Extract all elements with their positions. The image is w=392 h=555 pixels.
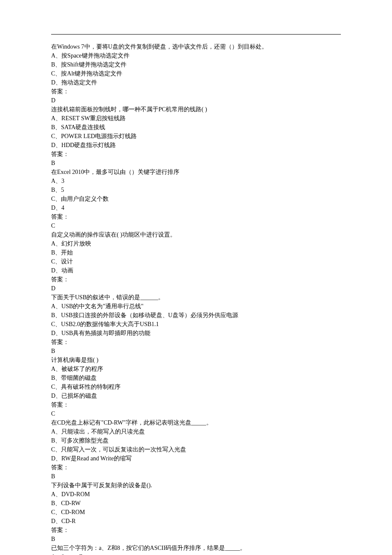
- question-option: B、开始: [51, 248, 341, 257]
- answer-value: B: [51, 347, 341, 356]
- answer-label: 答案：: [51, 275, 341, 284]
- question-option: D、动画: [51, 266, 341, 275]
- answer-value: B: [51, 535, 341, 543]
- question-option: B、SATA硬盘连接线: [51, 123, 341, 132]
- question-stem: 连接机箱前面板控制线时，哪一种不属于PC机常用的线路( ): [51, 105, 341, 114]
- question-option: B、CD-RW: [51, 499, 341, 508]
- answer-label: 答案：: [51, 212, 341, 221]
- answer-value: D: [51, 284, 341, 293]
- question-option: C、按Alt键并拖动选定文件: [51, 69, 341, 78]
- question-option: D、拖动选定文件: [51, 78, 341, 87]
- answer-value: D: [51, 96, 341, 105]
- question-option: A、3: [51, 176, 341, 185]
- answer-label: 答案：: [51, 338, 341, 347]
- answer-label: 答案：: [51, 87, 341, 96]
- question-stem: 已知三个字符为：a、Z和8，按它们的ASCII码值升序排序，结果是_____。: [51, 543, 341, 552]
- question-option: A、被破坏了的程序: [51, 364, 341, 373]
- question-option: C、USB2.0的数据传输率大大高于USB1.1: [51, 320, 341, 329]
- answer-value: C: [51, 409, 341, 418]
- question-option: D、USB具有热插拔与即插即用的功能: [51, 329, 341, 338]
- question-option: A、RESET SW重启按钮线路: [51, 114, 341, 123]
- question-option: A、8，a，Z: [51, 552, 341, 555]
- question-option: D、已损坏的磁盘: [51, 391, 341, 400]
- question-option: C、CD-ROM: [51, 508, 341, 517]
- question-option: B、可多次擦除型光盘: [51, 436, 341, 445]
- question-option: A、只能读出，不能写入的只读光盘: [51, 427, 341, 436]
- question-option: D、RW是Read and Write的缩写: [51, 454, 341, 463]
- question-stem: 在CD光盘上标记有"CD-RW"字样，此标记表明这光盘_____。: [51, 418, 341, 427]
- question-option: A、幻灯片放映: [51, 239, 341, 248]
- question-option: C、POWER LED电源指示灯线路: [51, 132, 341, 141]
- question-option: B、带细菌的磁盘: [51, 373, 341, 382]
- question-option: D、4: [51, 203, 341, 212]
- question-option: A、按Space键并拖动选定文件: [51, 51, 341, 60]
- question-option: A、DVD-ROM: [51, 490, 341, 499]
- answer-value: C: [51, 221, 341, 230]
- answer-label: 答案：: [51, 526, 341, 535]
- question-stem: 在Windows 7中，要将U盘的文件复制到硬盘，选中该文件后，还需（）到目标处…: [51, 42, 341, 51]
- answer-value: B: [51, 159, 341, 168]
- question-option: B、按Shift键并拖动选定文件: [51, 60, 341, 69]
- question-option: C、只能写入一次，可以反复读出的一次性写入光盘: [51, 445, 341, 454]
- question-stem: 下列设备中属于可反复刻录的设备是().: [51, 481, 341, 490]
- question-option: A、USB的中文名为"通用串行总线": [51, 302, 341, 311]
- question-stem: 计算机病毒是指( ): [51, 356, 341, 364]
- answer-label: 答案：: [51, 150, 341, 159]
- question-content: 在Windows 7中，要将U盘的文件复制到硬盘，选中该文件后，还需（）到目标处…: [51, 42, 341, 555]
- question-option: C、由用户自定义个数: [51, 194, 341, 203]
- question-stem: 自定义动画的操作应该在( )功能区中进行设置。: [51, 230, 341, 239]
- question-option: D、HDD硬盘指示灯线路: [51, 141, 341, 150]
- answer-value: B: [51, 472, 341, 481]
- document-page: 在Windows 7中，要将U盘的文件复制到硬盘，选中该文件后，还需（）到目标处…: [0, 0, 392, 555]
- answer-label: 答案：: [51, 400, 341, 409]
- header-rule: [51, 34, 341, 35]
- question-option: D、CD-R: [51, 517, 341, 526]
- question-option: C、设计: [51, 257, 341, 266]
- question-stem: 下面关于USB的叙述中，错误的是______。: [51, 293, 341, 302]
- question-option: B、5: [51, 185, 341, 194]
- question-option: C、具有破坏性的特制程序: [51, 382, 341, 391]
- answer-label: 答案：: [51, 463, 341, 472]
- question-option: B、USB接口连接的外部设备（如移动硬盘、U盘等）必须另外供应电源: [51, 311, 341, 320]
- question-stem: 在Excel 2010中，最多可以由（）关键字进行排序: [51, 168, 341, 176]
